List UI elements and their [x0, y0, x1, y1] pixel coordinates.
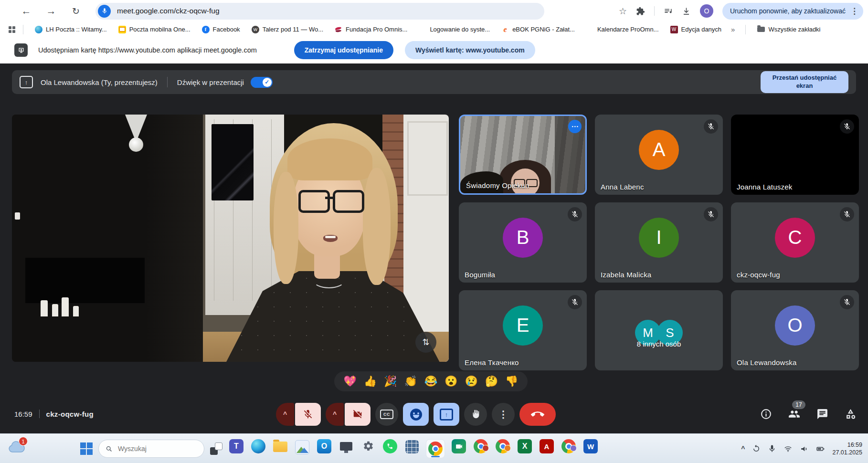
taskbar-app-meet[interactable] [451, 439, 467, 458]
people-button[interactable]: 17 [788, 408, 800, 420]
reaction-laugh[interactable]: 😂 [424, 376, 437, 387]
bookmark-edycja[interactable]: WEdycja danych [670, 26, 722, 33]
bookmark-fundacja[interactable]: Fundacja Pro Omnis... [335, 26, 407, 33]
taskbar-app-calculator[interactable] [404, 439, 420, 458]
reaction-cry[interactable]: 😢 [465, 376, 477, 387]
tile-izabela-malicka[interactable]: I Izabela Malicka [595, 202, 723, 283]
bookmarks-overflow-icon[interactable]: » [731, 25, 735, 33]
taskbar-app-explorer[interactable] [272, 439, 288, 458]
mic-permission-icon[interactable] [98, 5, 111, 18]
meeting-time: 16:59 [14, 410, 32, 418]
more-options-button[interactable]: ⋮ [492, 403, 515, 426]
taskbar-app-acrobat[interactable]: A [539, 439, 555, 458]
presenter-fringe [287, 138, 372, 180]
reactions-button[interactable] [403, 403, 429, 426]
camera-off-button[interactable] [345, 403, 370, 426]
avatar: O [775, 305, 815, 346]
taskbar-search[interactable] [98, 440, 204, 458]
media-controls-icon[interactable] [664, 7, 673, 16]
camera-options-chevron[interactable]: ^ [326, 403, 344, 426]
end-call-button[interactable] [519, 403, 556, 426]
reaction-clap[interactable]: 👏 [404, 376, 417, 387]
taskbar-app-outlook[interactable]: O [316, 439, 332, 458]
taskbar-app-whatsapp[interactable] [382, 439, 398, 458]
presentation-audio-toggle[interactable]: ✓ [251, 77, 273, 88]
reaction-thinking[interactable]: 🤔 [485, 376, 498, 387]
bookmark-ebok[interactable]: eeBOK PGNiG - Załat... [501, 26, 575, 33]
tile-anna-labenc[interactable]: A Anna Labenc [595, 115, 723, 195]
taskbar-app-chrome-active[interactable] [426, 439, 445, 458]
activities-button[interactable] [845, 408, 857, 420]
tile-bogumila[interactable]: B Bogumiła [459, 202, 587, 283]
address-bar[interactable]: meet.google.com/ckz-oqcw-fug [95, 3, 544, 20]
system-tray: ^ 16:59 27.01.2025 [741, 439, 862, 459]
participant-grid: ⋯ Świadomy Opiekun A Anna Labenc Joanna … [459, 115, 859, 370]
stop-presenting-button[interactable]: Przestań udostępniać ekran [761, 71, 848, 93]
captions-button[interactable]: CC [375, 403, 398, 426]
tile-ckz-oqcw-fug[interactable]: C ckz-oqcw-fug [731, 202, 859, 283]
chat-button[interactable] [816, 408, 828, 420]
update-chrome-button[interactable]: Uruchom ponownie, aby zaktualizować ⋮ [722, 3, 863, 20]
profile-badge [570, 445, 577, 452]
tile-ola-lewandowska[interactable]: O Ola Lewandowska [731, 290, 859, 370]
bookmark-poczta-onet[interactable]: Poczta mobilna One... [118, 26, 191, 33]
search-input[interactable] [117, 444, 191, 453]
mic-options-chevron[interactable]: ^ [276, 403, 294, 426]
reaction-heart[interactable]: 💖 [343, 376, 356, 387]
tray-chevron-icon[interactable]: ^ [741, 445, 745, 452]
battery-icon[interactable] [816, 444, 825, 453]
reload-button[interactable]: ↻ [69, 6, 83, 17]
task-view-button[interactable] [210, 442, 222, 455]
mic-muted-button[interactable] [295, 403, 321, 426]
taskbar-app-photos[interactable] [294, 439, 310, 458]
taskbar-app-chrome-profile3[interactable] [495, 439, 511, 458]
microphone-tray-icon[interactable] [768, 444, 776, 453]
tile-options-button[interactable]: ⋯ [568, 120, 582, 133]
start-button[interactable] [80, 442, 93, 455]
apps-grid-icon[interactable] [9, 26, 15, 33]
tile-swiadomy-opiekun[interactable]: ⋯ Świadomy Opiekun [459, 115, 587, 195]
outlook-icon: O [317, 439, 331, 453]
stop-sharing-button[interactable]: Zatrzymaj udostępnianie [294, 41, 393, 59]
tile-others-group[interactable]: M S 8 innych osób [595, 290, 723, 370]
bookmark-kalendarze[interactable]: Kalendarze ProOmn... [586, 26, 659, 33]
profile-avatar[interactable]: O [700, 4, 713, 18]
taskbar-app-excel[interactable]: X [517, 439, 533, 458]
bookmark-star-icon[interactable]: ☆ [619, 6, 627, 17]
meeting-details-button[interactable] [760, 408, 772, 420]
taskbar-app-word[interactable]: W [582, 439, 599, 458]
back-button[interactable]: ← [19, 5, 33, 17]
all-bookmarks-button[interactable]: Wszystkie zakładki [757, 26, 820, 33]
taskbar-app-chrome-profile4[interactable] [561, 439, 577, 458]
reaction-surprised[interactable]: 😮 [445, 376, 457, 387]
reaction-thumbs-down[interactable]: 👎 [505, 376, 518, 387]
taskbar-clock[interactable]: 16:59 27.01.2025 [832, 441, 862, 457]
reaction-party[interactable]: 🎉 [384, 376, 397, 387]
reaction-thumbs-up[interactable]: 👍 [364, 376, 377, 387]
taskbar-app-settings[interactable] [360, 439, 376, 458]
raise-hand-button[interactable] [464, 403, 487, 426]
extensions-icon[interactable] [636, 7, 645, 16]
bookmark-logowanie[interactable]: Logowanie do syste... [419, 26, 490, 33]
main-speaker-video[interactable]: ⇅ [12, 115, 449, 362]
view-tab-button[interactable]: Wyświetl kartę: www.youtube.com [405, 41, 535, 59]
taskbar-app-teams[interactable]: T [228, 439, 244, 458]
tile-elena-tkachenko[interactable]: E Елена Ткаченко [459, 290, 587, 370]
volume-icon[interactable] [800, 444, 809, 453]
downloads-icon[interactable] [682, 7, 691, 16]
bookmark-lh-poczta[interactable]: LH Poczta :: Witamy... [35, 26, 107, 33]
chrome-menu-icon[interactable]: ⋮ [850, 6, 858, 16]
widgets-weather-button[interactable]: 1 [8, 440, 27, 457]
present-button[interactable]: ↑ [434, 403, 459, 426]
tile-joanna-latuszek[interactable]: Joanna Latuszek [731, 115, 859, 195]
taskbar-app-chrome-profile2[interactable] [473, 439, 489, 458]
forward-button[interactable]: → [44, 5, 58, 17]
bookmark-talerz[interactable]: WTalerz pod 11 — Wo... [252, 26, 323, 33]
sync-icon[interactable] [752, 444, 761, 453]
resize-tiles-button[interactable]: ⇅ [415, 332, 436, 353]
taskbar-app-edge[interactable] [250, 439, 266, 458]
taskbar-app-remote-pc[interactable] [338, 439, 354, 458]
wifi-icon[interactable] [783, 444, 793, 453]
bookmark-facebook[interactable]: fFacebook [202, 26, 240, 33]
search-icon [106, 445, 113, 452]
